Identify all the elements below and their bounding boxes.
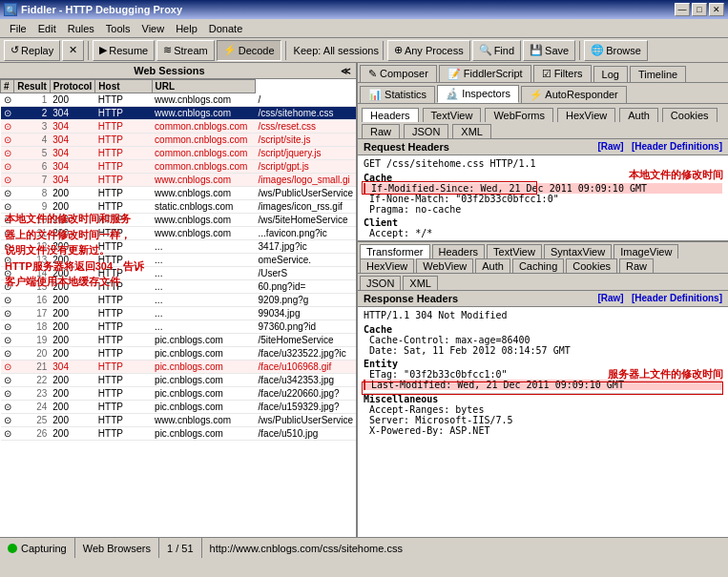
htab-webforms[interactable]: WebForms <box>485 108 553 122</box>
table-row[interactable]: ⊙ 18 200 HTTP ... 97360.png?id <box>1 320 357 334</box>
table-row[interactable]: ⊙ 10 200 HTTP www.cnblogs.com /ws/5iteHo… <box>1 214 357 227</box>
table-row[interactable]: ⊙ 17 200 HTTP ... 99034.jpg <box>1 307 357 320</box>
cell-protocol: HTTP <box>95 134 152 147</box>
table-row[interactable]: ⊙ 2 304 HTTP www.cnblogs.com /css/siteho… <box>1 107 357 120</box>
resp-header-defs-link[interactable]: [Header Definitions] <box>632 293 722 303</box>
replay-button[interactable]: ↺ Replay <box>4 40 60 61</box>
minimize-button[interactable]: — <box>675 3 690 16</box>
htab-json[interactable]: JSON <box>404 124 448 138</box>
sep4 <box>579 41 580 60</box>
tab-inspectors[interactable]: 🔬 Inspectors <box>437 85 519 103</box>
response-headers-content: HTTP/1.1 304 Not Modified Cache Cache-Co… <box>358 307 728 537</box>
ttab-textview[interactable]: TextView <box>487 244 542 258</box>
htab-hexview[interactable]: HexView <box>557 108 615 122</box>
decode-button[interactable]: ⚡ Decode <box>217 40 281 61</box>
cell-url: /script/site.js <box>256 134 356 147</box>
maximize-button[interactable]: □ <box>692 3 707 16</box>
menu-view[interactable]: View <box>136 21 171 36</box>
browse-button[interactable]: 🌐 Browse <box>584 40 648 61</box>
table-row[interactable]: ⊙ 15 200 HTTP ... 60.png?id= <box>1 280 357 294</box>
table-row[interactable]: ⊙ 5 304 HTTP common.cnblogs.com /script/… <box>1 147 357 160</box>
ttab-syntaxview[interactable]: SyntaxView <box>544 244 612 258</box>
table-row[interactable]: ⊙ 9 200 HTTP static.cnblogs.com /images/… <box>1 200 357 214</box>
table-row[interactable]: ⊙ 8 200 HTTP www.cnblogs.com /ws/PublicU… <box>1 187 357 200</box>
htab-xml[interactable]: XML <box>452 124 491 138</box>
table-row[interactable]: ⊙ 25 200 HTTP www.cnblogs.com /ws/Public… <box>1 414 357 427</box>
cell-icon: ⊙ <box>1 307 14 320</box>
table-row[interactable]: ⊙ 22 200 HTTP pic.cnblogs.com /face/u342… <box>1 374 357 387</box>
htab-cookies[interactable]: Cookies <box>662 108 718 122</box>
ttab-headers[interactable]: Headers <box>432 244 486 258</box>
table-row[interactable]: ⊙ 16 200 HTTP ... 9209.png?g <box>1 294 357 307</box>
resume-button[interactable]: ▶ Resume <box>93 40 155 61</box>
tab-composer[interactable]: ✎ Composer <box>360 65 437 82</box>
raw-link[interactable]: [Raw] <box>597 141 623 152</box>
table-row[interactable]: ⊙ 14 200 HTTP ... /UserS <box>1 267 357 280</box>
ttab-cookies[interactable]: Cookies <box>566 258 617 273</box>
cell-url: /face/u342353.jpg <box>256 374 356 387</box>
ttab-xml[interactable]: XML <box>403 276 438 290</box>
menu-rules[interactable]: Rules <box>62 21 100 36</box>
cell-num: 7 <box>14 174 51 187</box>
resp-raw-link[interactable]: [Raw] <box>597 293 623 303</box>
table-row[interactable]: ⊙ 7 304 HTTP www.cnblogs.com /images/log… <box>1 174 357 187</box>
htab-auth[interactable]: Auth <box>619 108 658 122</box>
htab-raw[interactable]: Raw <box>362 124 400 138</box>
any-process-button[interactable]: ⊕ Any Process <box>387 40 470 61</box>
menu-help[interactable]: Help <box>170 21 203 36</box>
cell-url: /5iteHomeService <box>256 334 356 347</box>
table-row[interactable]: ⊙ 19 200 HTTP pic.cnblogs.com /5iteHomeS… <box>1 334 357 347</box>
status-web-browsers[interactable]: Web Browsers <box>75 538 159 558</box>
table-row[interactable]: ⊙ 4 304 HTTP common.cnblogs.com /script/… <box>1 134 357 147</box>
table-row[interactable]: ⊙ 13 200 HTTP ... omeService. <box>1 254 357 267</box>
capturing-indicator <box>8 544 17 553</box>
menu-edit[interactable]: Edit <box>32 21 62 36</box>
cell-result: 200 <box>50 374 95 387</box>
req-title-text: Request Headers <box>364 141 449 153</box>
tab-autoresponder[interactable]: ⚡ AutoResponder <box>521 86 627 103</box>
tab-timeline[interactable]: Timeline <box>630 66 686 82</box>
table-row[interactable]: ⊙ 24 200 HTTP pic.cnblogs.com /face/u159… <box>1 401 357 414</box>
ttab-webview[interactable]: WebView <box>416 258 473 273</box>
ttab-raw[interactable]: Raw <box>619 258 654 273</box>
table-row[interactable]: ⊙ 1 200 HTTP www.cnblogs.com / <box>1 93 357 107</box>
ttab-imageview[interactable]: ImageView <box>614 244 678 258</box>
header-defs-link[interactable]: [Header Definitions] <box>632 141 722 152</box>
table-row[interactable]: ⊙ 20 200 HTTP pic.cnblogs.com /face/u323… <box>1 347 357 361</box>
table-row[interactable]: ⊙ 3 304 HTTP common.cnblogs.com /css/res… <box>1 120 357 134</box>
status-capturing[interactable]: Capturing <box>0 538 75 558</box>
cell-icon: ⊙ <box>1 294 14 307</box>
menu-file[interactable]: File <box>4 21 32 36</box>
ttab-hexview[interactable]: HexView <box>360 258 414 273</box>
tab-log[interactable]: Log <box>593 66 628 82</box>
stream-button[interactable]: ≋ Stream <box>156 40 214 61</box>
save-button[interactable]: 💾 Save <box>523 40 575 61</box>
cell-url: /script/gpt.js <box>256 160 356 174</box>
table-row[interactable]: ⊙ 6 304 HTTP common.cnblogs.com /script/… <box>1 160 357 174</box>
htab-textview[interactable]: TextView <box>423 108 482 122</box>
menu-donate[interactable]: Donate <box>203 21 248 36</box>
tab-statistics[interactable]: 📊 Statistics <box>360 86 435 103</box>
cell-num: 17 <box>14 307 51 320</box>
cell-result: 200 <box>50 414 95 427</box>
table-row[interactable]: ⊙ 12 200 HTTP ... 3417.jpg?ic <box>1 240 357 254</box>
close-button[interactable]: ✕ <box>709 3 724 16</box>
tab-filters[interactable]: ☑ Filters <box>533 65 592 82</box>
menu-tools[interactable]: Tools <box>100 21 136 36</box>
table-row[interactable]: ⊙ 11 200 HTTP www.cnblogs.com ...favicon… <box>1 227 357 240</box>
table-row[interactable]: ⊙ 23 200 HTTP pic.cnblogs.com /face/u220… <box>1 387 357 401</box>
table-row[interactable]: ⊙ 21 304 HTTP pic.cnblogs.com /face/u106… <box>1 361 357 374</box>
ttab-transformer[interactable]: Transformer <box>360 244 430 258</box>
collapse-arrow[interactable]: ≪ <box>337 66 354 76</box>
table-row[interactable]: ⊙ 26 200 HTTP pic.cnblogs.com /face/u510… <box>1 427 357 441</box>
resp-accept-ranges: Accept-Ranges: bytes <box>364 404 722 415</box>
find-button[interactable]: 🔍 Find <box>472 40 521 61</box>
htab-headers[interactable]: Headers <box>362 108 419 122</box>
col-result: Result <box>14 80 51 93</box>
ttab-json[interactable]: JSON <box>360 276 401 290</box>
session-table[interactable]: # Result Protocol Host URL ⊙ 1 200 HTTP … <box>0 79 356 537</box>
ttab-caching[interactable]: Caching <box>512 258 564 273</box>
ttab-auth[interactable]: Auth <box>475 258 510 273</box>
tab-fiddlerscript[interactable]: 📝 FiddlerScript <box>439 65 531 82</box>
delete-button[interactable]: ✕ <box>62 40 84 61</box>
